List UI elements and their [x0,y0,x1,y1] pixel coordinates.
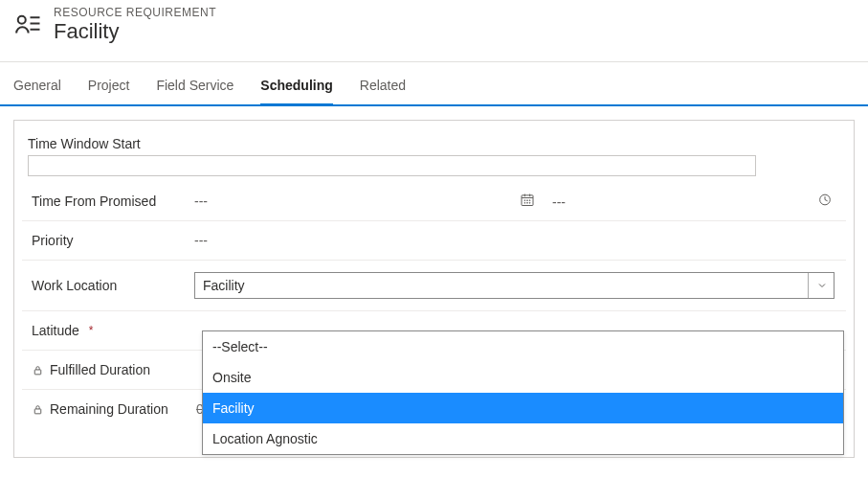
work-location-row: Work Location Facility [22,261,846,311]
priority-label: Priority [32,233,194,248]
header-text-group: RESOURCE REQUIREMENT Facility [54,6,216,44]
svg-point-8 [524,200,525,201]
time-from-promised-label: Time From Promised [32,194,194,209]
time-window-start-label: Time Window Start [22,136,846,155]
work-location-option-select[interactable]: --Select-- [203,331,843,362]
work-location-selected: Facility [203,278,245,293]
tab-project[interactable]: Project [88,72,130,104]
time-window-start-input[interactable] [28,155,756,176]
tab-related[interactable]: Related [360,72,406,104]
chevron-down-icon [808,273,828,298]
work-location-dropdown: --Select-- Onsite Facility Location Agno… [202,330,844,455]
entity-type-label: RESOURCE REQUIREMENT [54,6,216,19]
remaining-duration-label-text: Remaining Duration [50,401,168,417]
svg-line-16 [825,200,828,201]
lock-icon [32,364,44,376]
priority-value[interactable]: --- [194,233,208,248]
fulfilled-duration-label: Fulfilled Duration [32,362,194,377]
remaining-duration-label: Remaining Duration [32,401,194,417]
work-location-label: Work Location [32,278,194,293]
svg-point-10 [529,200,530,201]
person-list-icon [13,6,42,40]
calendar-icon[interactable] [520,193,535,211]
required-indicator: * [89,324,94,337]
svg-point-0 [18,16,26,24]
fulfilled-duration-label-text: Fulfilled Duration [50,362,150,377]
clock-icon[interactable] [817,193,833,211]
scheduling-form: Time Window Start Time From Promised ---… [13,120,855,458]
tab-field-service[interactable]: Field Service [156,72,234,104]
tab-scheduling[interactable]: Scheduling [260,72,332,104]
tab-bar: General Project Field Service Scheduling… [0,62,868,106]
work-location-option-onsite[interactable]: Onsite [203,362,843,393]
time-from-promised-value-right[interactable]: --- [552,194,566,209]
priority-row: Priority --- [22,221,846,261]
work-location-option-facility[interactable]: Facility [203,393,843,423]
work-location-option-location-agnostic[interactable]: Location Agnostic [203,423,843,454]
page-header: RESOURCE REQUIREMENT Facility [0,0,868,61]
lock-icon [32,403,44,416]
latitude-label-text: Latitude [32,323,79,338]
page-title: Facility [54,19,216,44]
svg-point-9 [527,200,528,201]
svg-point-12 [527,202,528,203]
svg-rect-17 [34,369,41,374]
date-picker-group: --- [520,193,566,211]
svg-point-11 [524,202,525,203]
svg-rect-18 [34,408,41,413]
tab-general[interactable]: General [13,72,61,104]
time-from-promised-row: Time From Promised --- --- [22,182,846,221]
svg-point-13 [529,202,530,203]
time-from-promised-value-left[interactable]: --- [194,194,208,209]
latitude-label: Latitude * [32,323,194,338]
work-location-select[interactable]: Facility [194,272,835,299]
